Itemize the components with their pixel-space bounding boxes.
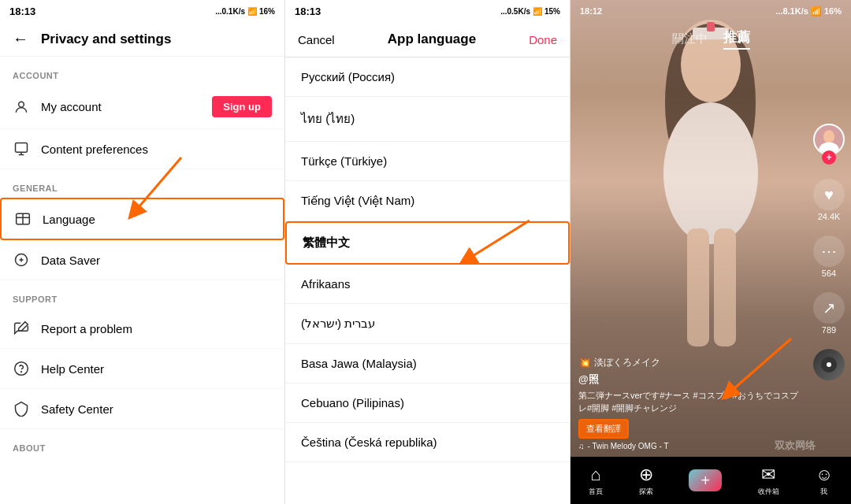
language-label: Language [43,213,270,226]
status-bar-language: 18:13 ...0.5K/s 📶 15% [285,0,570,22]
safety-center-label: Safety Center [41,402,272,416]
explore-nav-item[interactable]: ⊕ 探索 [639,465,653,497]
datasaver-icon [13,251,30,269]
section-about-label: ABOUT [0,429,284,458]
svg-rect-17 [714,228,736,346]
svg-point-15 [663,102,758,244]
status-icons-settings: ...0.1K/s 📶 16% [215,7,275,16]
svg-point-0 [19,102,24,107]
svg-point-21 [823,130,834,143]
explore-label: 探索 [639,487,653,497]
my-account-item[interactable]: My account Sign up [0,85,284,129]
language-item[interactable]: Language [0,198,284,240]
status-bar-video: 18:12 ...8.1K/s 📶 16% [570,0,851,22]
language-list: Русский (Россия) ไทย (ไทย) Türkçe (Türki… [285,57,570,504]
share-count: 789 [822,325,836,335]
report-icon [13,320,30,337]
home-label: 首頁 [589,487,603,497]
network-settings: ...0.1K/s [215,7,245,16]
lang-item-chinese-traditional[interactable]: 繁體中文 [285,221,570,265]
home-nav-item[interactable]: ⌂ 首頁 [589,465,603,497]
safety-center-item[interactable]: Safety Center [0,389,284,429]
music-text: - Twin Melody OMG - T [588,442,669,450]
recommended-tab[interactable]: 推薦 [723,28,750,50]
lang-item-vietnamese[interactable]: Tiếng Việt (Việt Nam) [285,181,570,221]
video-username[interactable]: @照 [578,372,804,387]
lang-item-russian[interactable]: Русский (Россия) [285,57,570,97]
video-music-info: ♫ - Twin Melody OMG - T [578,442,804,450]
language-header: Cancel App language Done [285,22,570,57]
profile-label: 我 [820,487,827,497]
comment-button[interactable]: ⋯ 564 [813,235,845,278]
svg-point-24 [827,362,831,367]
music-disc-icon [813,349,845,380]
lang-item-javanese[interactable]: Basa Jawa (Malaysia) [285,344,570,384]
section-account-label: ACCOUNT [0,57,284,85]
home-icon: ⌂ [590,465,600,485]
comment-count: 564 [822,269,836,278]
content-preferences-item[interactable]: Content preferences [0,129,284,169]
content-preferences-label: Content preferences [41,143,272,156]
battery-settings: 16% [259,7,275,16]
share-icon: ↗ [813,292,845,324]
video-panel: 18:12 ...8.1K/s 📶 16% 關注中 推薦 [570,0,851,504]
language-icon [14,210,32,228]
lang-item-turkish[interactable]: Türkçe (Türkiye) [285,142,570,181]
like-count: 24.4K [818,212,841,221]
follow-plus-badge: + [822,150,836,165]
translate-button[interactable]: 查看翻譯 [578,419,629,439]
music-note-icon: ♫ [578,442,585,450]
bottom-nav: ⌂ 首頁 ⊕ 探索 + ✉ 收件箱 ☺ 我 [570,457,851,504]
settings-body: ACCOUNT My account Sign up [0,57,284,504]
cancel-button[interactable]: Cancel [298,33,335,46]
sparkle-emoji: 💥 [578,357,591,369]
help-center-item[interactable]: Help Center [0,349,284,389]
lang-item-hebrew[interactable]: עברית (ישראל) [285,304,570,344]
language-panel: 18:13 ...0.5K/s 📶 15% Cancel App languag… [285,0,570,504]
sign-up-button[interactable]: Sign up [212,96,272,117]
wifi-icon-lang: 📶 [533,7,542,16]
my-account-label: My account [41,100,201,113]
like-button[interactable]: ♥ 24.4K [813,179,845,221]
svg-point-9 [21,372,22,372]
data-saver-label: Data Saver [41,254,272,267]
network-language: ...0.5K/s [500,7,530,16]
profile-icon: ☺ [816,465,833,485]
status-icons-video: ...8.1K/s 📶 16% [775,6,842,17]
comment-icon: ⋯ [813,235,845,267]
content-icon [13,140,30,158]
status-bar-settings: 18:13 ...0.1K/s 📶 16% [0,0,284,22]
inbox-nav-item[interactable]: ✉ 收件箱 [758,465,779,497]
lang-item-czech[interactable]: Čeština (Česká republika) [285,423,570,462]
data-saver-item[interactable]: Data Saver [0,240,284,280]
right-actions: + ♥ 24.4K ⋯ 564 ↗ 789 [813,124,845,380]
create-button[interactable]: + [689,469,722,491]
report-problem-item[interactable]: Report a problem [0,309,284,349]
music-button[interactable] [813,349,845,380]
language-title: App language [388,32,476,47]
video-caption: 第二弾ナースverです#ナース #コスプレ#おうちでコスプレ#開脚 #開脚チャレ… [578,390,804,414]
wifi-icon: 📶 [247,7,257,16]
svg-point-8 [15,362,28,376]
lang-item-cebuano[interactable]: Cebuano (Pilipinas) [285,384,570,423]
back-button[interactable]: ← [13,30,28,48]
following-tab[interactable]: 關注中 [672,32,708,46]
share-button[interactable]: ↗ 789 [813,292,845,335]
lang-item-thai[interactable]: ไทย (ไทย) [285,97,570,142]
lang-item-afrikaans[interactable]: Afrikaans [285,265,570,304]
settings-title: Privacy and settings [41,32,171,47]
create-nav-item[interactable]: + [689,469,722,491]
safety-icon [13,400,30,417]
heart-icon: ♥ [813,179,845,210]
time-video: 18:12 [580,6,602,16]
section-general-label: GENERAL [0,169,284,198]
makeup-tag: 淡ぼくろメイク [594,356,660,369]
creator-avatar-btn[interactable]: + [813,124,845,165]
report-problem-label: Report a problem [41,322,272,335]
svg-rect-1 [16,143,28,153]
help-icon [13,360,30,377]
done-button[interactable]: Done [529,33,557,46]
profile-nav-item[interactable]: ☺ 我 [816,465,833,497]
battery-language: 15% [544,7,560,16]
video-top-nav: 關注中 推薦 [570,22,851,56]
